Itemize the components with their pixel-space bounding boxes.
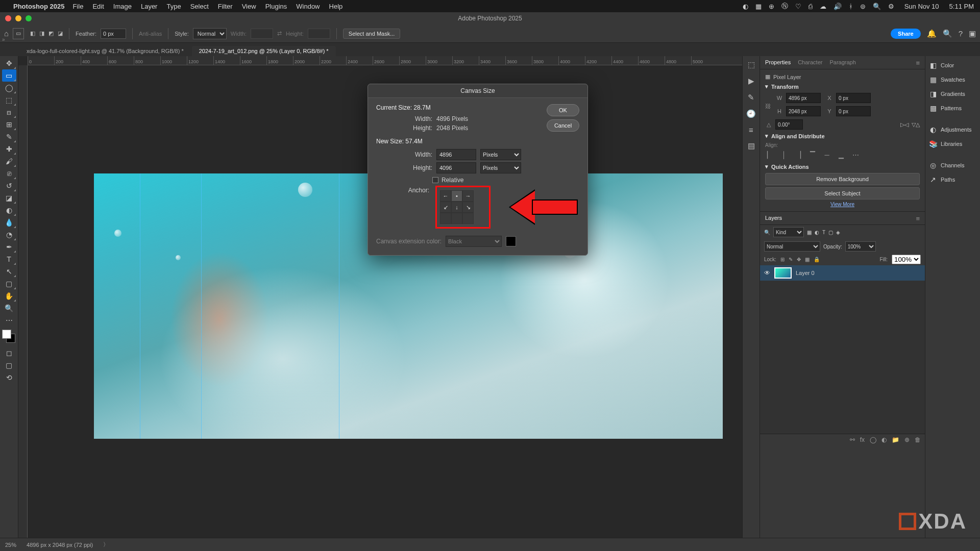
- menu-image[interactable]: Image: [113, 3, 132, 10]
- width-unit-select[interactable]: Pixels: [480, 149, 521, 160]
- guide[interactable]: [201, 173, 202, 439]
- stamp-tool-icon[interactable]: ⎚: [2, 167, 16, 180]
- guide[interactable]: [140, 173, 140, 439]
- menu-help[interactable]: Help: [329, 3, 343, 10]
- panel-icon[interactable]: ≡: [749, 126, 753, 134]
- panel-icon[interactable]: ⬚: [748, 60, 755, 69]
- align-left-icon[interactable]: ▏: [765, 150, 774, 159]
- fx-icon[interactable]: fx: [860, 436, 865, 443]
- selection-mode-icon[interactable]: ◪: [58, 30, 63, 37]
- pen-tool-icon[interactable]: ✒: [2, 241, 16, 253]
- eraser-tool-icon[interactable]: ◪: [2, 192, 16, 204]
- align-center-v-icon[interactable]: ─: [822, 150, 831, 159]
- eyedropper-tool-icon[interactable]: ✎: [2, 131, 16, 143]
- maximize-button[interactable]: [26, 15, 32, 21]
- zoom-level[interactable]: 25%: [5, 542, 16, 548]
- marquee-tool-icon[interactable]: ▭: [2, 69, 16, 82]
- menu-layer[interactable]: Layer: [141, 3, 158, 10]
- filter-icon[interactable]: ▦: [807, 230, 812, 235]
- ruler-horizontal[interactable]: 0200400600800100012001400160018002000220…: [28, 56, 742, 65]
- menu-plugins[interactable]: Plugins: [265, 3, 287, 10]
- select-and-mask-button[interactable]: Select and Mask...: [343, 29, 401, 39]
- panel-menu-icon[interactable]: ≡: [916, 59, 920, 67]
- anchor-cell[interactable]: ↓: [451, 202, 462, 213]
- lock-icon[interactable]: 🔒: [814, 257, 820, 262]
- layer-name[interactable]: Layer 0: [796, 270, 815, 276]
- filter-icon[interactable]: ◐: [815, 230, 819, 235]
- anchor-cell[interactable]: ↙: [440, 202, 451, 213]
- path-tool-icon[interactable]: ↖: [2, 265, 16, 278]
- share-button[interactable]: Share: [891, 29, 921, 39]
- menu-edit[interactable]: Edit: [92, 3, 104, 10]
- anchor-grid[interactable]: ←•→ ↙↓↘: [440, 190, 474, 224]
- tab-character[interactable]: Character: [798, 59, 822, 67]
- width-input[interactable]: [786, 93, 821, 103]
- zoom-tool-icon[interactable]: 🔍: [2, 302, 16, 314]
- relative-checkbox[interactable]: [432, 177, 438, 183]
- filter-icon[interactable]: ◈: [836, 230, 840, 235]
- cancel-button[interactable]: Cancel: [547, 119, 579, 132]
- status-flyout-icon[interactable]: 〉: [103, 541, 109, 548]
- tray-search-icon[interactable]: 🔍: [873, 3, 881, 10]
- shape-tool-icon[interactable]: ▢: [2, 278, 16, 290]
- selection-mode-icon[interactable]: ◩: [48, 30, 54, 37]
- blur-tool-icon[interactable]: 💧: [2, 216, 16, 229]
- ruler-vertical[interactable]: [18, 65, 28, 538]
- lasso-tool-icon[interactable]: ◯: [2, 82, 16, 94]
- move-tool-icon[interactable]: ✥: [2, 57, 16, 69]
- anchor-cell-selected[interactable]: •: [451, 190, 462, 202]
- panel-icon[interactable]: ✎: [748, 93, 754, 102]
- new-height-input[interactable]: [436, 162, 476, 173]
- tab-properties[interactable]: Properties: [765, 59, 791, 67]
- layer-thumbnail[interactable]: [774, 267, 792, 279]
- extension-color-select[interactable]: Black: [446, 236, 502, 247]
- document-tab-active[interactable]: 2024-7-19_art_012.png @ 25% (Layer 0, RG…: [192, 46, 336, 56]
- menu-file[interactable]: File: [72, 3, 83, 10]
- anchor-cell[interactable]: →: [462, 190, 474, 202]
- visibility-icon[interactable]: 👁: [764, 269, 770, 277]
- group-icon[interactable]: 📁: [892, 436, 899, 443]
- menu-window[interactable]: Window: [296, 3, 320, 10]
- tray-icon[interactable]: Ⓝ: [781, 2, 788, 11]
- crop-tool-icon[interactable]: ⧈: [2, 106, 16, 118]
- align-more-icon[interactable]: ⋯: [851, 150, 860, 159]
- layer-row[interactable]: 👁 Layer 0: [760, 265, 925, 281]
- align-center-h-icon[interactable]: │: [779, 150, 789, 159]
- link-layers-icon[interactable]: ⚯: [850, 436, 855, 443]
- dodge-tool-icon[interactable]: ◔: [2, 229, 16, 241]
- menubar-time[interactable]: 5:11 PM: [949, 3, 974, 10]
- align-bottom-icon[interactable]: ▁: [837, 150, 846, 159]
- lock-icon[interactable]: ✎: [789, 257, 793, 262]
- height-input[interactable]: [786, 106, 821, 116]
- screenmode-icon[interactable]: ▢: [2, 359, 16, 371]
- selection-mode-icon[interactable]: ◧: [30, 30, 35, 37]
- healing-tool-icon[interactable]: ✚: [2, 143, 16, 155]
- toggle-panels-icon[interactable]: »: [2, 37, 5, 42]
- opacity-input[interactable]: 100%: [845, 241, 876, 252]
- panel-patterns[interactable]: ▩Patterns: [927, 102, 978, 114]
- lock-icon[interactable]: ▦: [805, 257, 810, 262]
- history-brush-tool-icon[interactable]: ↺: [2, 180, 16, 192]
- search-icon[interactable]: 🔍: [943, 29, 952, 38]
- panel-channels[interactable]: ◎Channels: [927, 159, 978, 171]
- link-dims-icon[interactable]: ⛓: [765, 103, 771, 109]
- menubar-date[interactable]: Sun Nov 10: [904, 3, 939, 10]
- help-icon[interactable]: ?: [959, 29, 963, 38]
- minimize-button[interactable]: [15, 15, 21, 21]
- panel-menu-icon[interactable]: ≡: [916, 215, 920, 222]
- filter-icon[interactable]: ▢: [828, 230, 833, 235]
- lock-icon[interactable]: ✥: [797, 257, 801, 262]
- flip-h-icon[interactable]: ▷◁: [900, 121, 909, 128]
- tray-icon[interactable]: ◐: [743, 3, 748, 10]
- angle-input[interactable]: [775, 119, 803, 130]
- anchor-cell[interactable]: [462, 213, 474, 224]
- tray-bluetooth-icon[interactable]: ᚼ: [849, 3, 853, 10]
- anchor-cell[interactable]: ←: [440, 190, 451, 202]
- type-tool-icon[interactable]: T: [2, 253, 16, 265]
- new-layer-icon[interactable]: ⊕: [904, 436, 910, 443]
- edit-toolbar-icon[interactable]: ⟲: [2, 371, 16, 384]
- layer-filter-kind[interactable]: Kind: [773, 227, 804, 237]
- flip-v-icon[interactable]: ▽△: [912, 121, 920, 128]
- workspace-icon[interactable]: ▣: [969, 29, 976, 38]
- hand-tool-icon[interactable]: ✋: [2, 290, 16, 302]
